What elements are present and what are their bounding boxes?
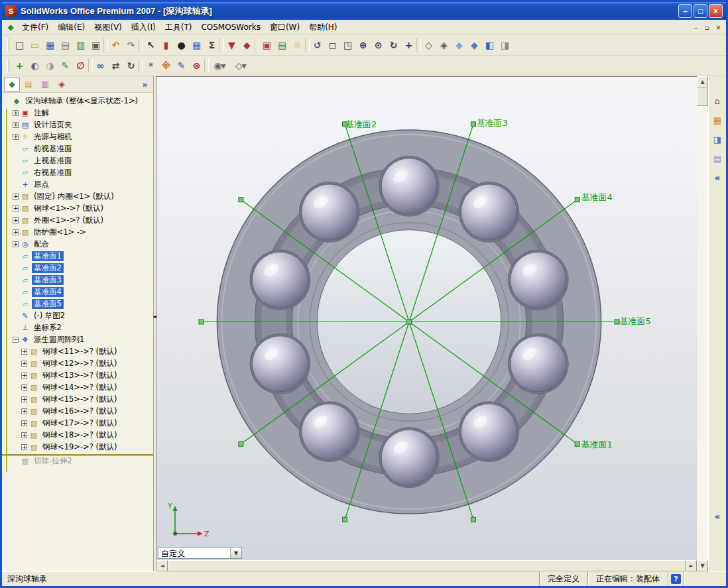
tree-item-label[interactable]: 基准面5: [32, 299, 64, 309]
bearing-model-view[interactable]: 基准面1基准面2基准面3基准面4基准面5: [156, 77, 697, 560]
view-orientation-home[interactable]: ⌂: [710, 93, 725, 108]
tree-item-label[interactable]: 基准面1: [32, 251, 64, 261]
hidden-lines-mode[interactable]: ◈: [436, 38, 452, 53]
tree-item-label[interactable]: 外圈<1>->? (默认): [32, 215, 105, 225]
steel-ball[interactable]: [252, 252, 308, 308]
design-checker[interactable]: ▤: [274, 38, 290, 53]
tree-item-label[interactable]: 钢球<11>->? (默认): [40, 347, 119, 357]
root-assembly[interactable]: ◆ 深沟球轴承 (整体<显示状态-1>): [2, 95, 153, 107]
move-component[interactable]: ⇄: [108, 58, 123, 74]
smart-fasteners[interactable]: *: [143, 58, 158, 74]
tree-item-label[interactable]: 基准面2: [32, 263, 64, 273]
datum-plane-label[interactable]: 基准面4: [581, 192, 613, 202]
tab-configurationmanager[interactable]: ▥: [37, 78, 53, 91]
child-restore-button[interactable]: ▫: [701, 23, 713, 32]
vertical-scroll-track[interactable]: [697, 106, 708, 560]
tab-third-party[interactable]: ◈: [54, 78, 70, 91]
expand-toggle-icon[interactable]: +: [21, 361, 27, 367]
horizontal-scrollbar[interactable]: ◄ ►: [156, 560, 697, 571]
selection-filter[interactable]: ▼: [224, 38, 239, 53]
design-binder-folder[interactable]: + ▤ 设计活页夹: [2, 119, 153, 131]
menu-edit[interactable]: 编辑(E): [53, 20, 90, 35]
toolbar-grip[interactable]: [7, 59, 9, 72]
expand-toggle-icon[interactable]: +: [13, 217, 19, 223]
tree-item-label[interactable]: 钢球<16>->? (默认): [40, 406, 119, 416]
explode-line-sketch[interactable]: ✎: [174, 58, 189, 74]
view-orientation[interactable]: ↺: [310, 38, 325, 53]
shaded-with-edges-mode[interactable]: ◆: [452, 38, 467, 53]
steel-ball[interactable]: [381, 158, 437, 214]
collapse-panel-bottom[interactable]: «: [710, 509, 725, 524]
steel-ball-15-component[interactable]: + ▧ 钢球<15>->? (默认): [2, 393, 153, 405]
tree-item-label[interactable]: 原点: [32, 180, 51, 190]
tree-item-label[interactable]: 钢球<19>->? (默认): [40, 442, 119, 452]
view-preset-combobox[interactable]: 自定义 ▼: [158, 547, 242, 559]
tree-item-label[interactable]: 钢球<15>->? (默认): [40, 394, 119, 404]
title-bar[interactable]: S SolidWorks Office Premium 2007 - [深沟球轴…: [2, 2, 726, 20]
open-document[interactable]: ▭: [27, 38, 42, 53]
cut-extrude-2[interactable]: ▥ 切除-拉伸2: [2, 454, 153, 466]
analysis-ball[interactable]: ●: [174, 38, 189, 53]
datum-handle[interactable]: [615, 320, 619, 324]
expand-toggle-icon[interactable]: +: [21, 373, 27, 379]
menu-help[interactable]: 帮助(H): [304, 20, 341, 35]
steel-ball-11-component[interactable]: + ▧ 钢球<11>->? (默认): [2, 345, 153, 357]
zoom-in-out[interactable]: ⊕: [355, 38, 371, 53]
mates-folder[interactable]: + ◎ 配合: [2, 238, 153, 250]
minimize-button[interactable]: –: [678, 4, 692, 18]
shaded-mode[interactable]: ◆: [467, 38, 482, 53]
origin[interactable]: + 原点: [2, 178, 153, 190]
select[interactable]: ↖: [143, 38, 158, 53]
tree-item-label[interactable]: 防护圈<1> ->: [32, 227, 88, 237]
datum-handle[interactable]: [471, 517, 475, 522]
section-view[interactable]: ◧: [482, 38, 497, 53]
expand-toggle-icon[interactable]: +: [13, 134, 19, 140]
steel-ball[interactable]: [302, 184, 357, 240]
steel-ball-16-component[interactable]: + ▧ 钢球<16>->? (默认): [2, 405, 153, 417]
expand-toggle-icon[interactable]: +: [21, 396, 27, 402]
tree-item-label[interactable]: 上视基准面: [32, 156, 74, 166]
smart-mates-dropdown[interactable]: ◇▾: [230, 58, 251, 74]
datum-handle[interactable]: [239, 198, 243, 202]
expand-toggle-icon[interactable]: +: [21, 384, 27, 390]
appearance-palette[interactable]: ▦: [710, 113, 725, 127]
steel-ball[interactable]: [511, 252, 566, 308]
expand-toggle-icon[interactable]: +: [13, 194, 19, 200]
view-palette[interactable]: ◨: [710, 132, 725, 147]
new-document[interactable]: □: [12, 38, 27, 53]
steel-ball[interactable]: [461, 184, 516, 240]
steel-ball[interactable]: [381, 430, 437, 485]
annotations-folder[interactable]: + ▣ 注解: [2, 107, 153, 119]
child-close-button[interactable]: ×: [713, 23, 724, 32]
datum-plane-label[interactable]: 基准面3: [477, 118, 508, 128]
steel-ball-13-component[interactable]: + ▧ 钢球<13>->? (默认): [2, 369, 153, 381]
derived-circular-pattern-1[interactable]: − ❖ 派生圆周阵列1: [2, 333, 153, 345]
combo-dropdown-arrow-icon[interactable]: ▼: [230, 548, 241, 558]
tree-item-label[interactable]: 注解: [32, 108, 51, 118]
graphics-area[interactable]: 基准面1基准面2基准面3基准面4基准面5 Y Z 自定义 ▼: [156, 76, 697, 560]
save[interactable]: ▦: [42, 38, 58, 53]
inner-ring-component[interactable]: + ▧ (固定) 内圈<1> (默认): [2, 190, 153, 202]
guard-ring-component[interactable]: + ▧ 防护圈<1> ->: [2, 226, 153, 238]
expand-toggle-icon[interactable]: +: [13, 110, 19, 116]
rotate-view[interactable]: ↻: [386, 38, 401, 53]
datum-handle[interactable]: [575, 441, 579, 446]
expand-toggle-icon[interactable]: +: [21, 349, 27, 355]
tree-item-label[interactable]: 钢球<13>->? (默认): [40, 371, 119, 381]
toolbar-grip[interactable]: [7, 38, 9, 52]
datum-handle[interactable]: [575, 198, 579, 202]
tree-item-label[interactable]: 光源与相机: [32, 132, 74, 142]
steel-ball-17-component[interactable]: + ▧ 钢球<17>->? (默认): [2, 417, 153, 429]
rebuild[interactable]: ▮: [158, 38, 174, 53]
tree-item-label[interactable]: 深沟球轴承 (整体<显示状态-1>): [23, 96, 140, 106]
expand-toggle-icon[interactable]: +: [13, 241, 19, 247]
maximize-button[interactable]: □: [694, 4, 707, 18]
tree-item-label[interactable]: 切除-拉伸2: [32, 456, 74, 466]
tab-featuremanager[interactable]: ◆: [4, 78, 20, 91]
tree-item-label[interactable]: 基准面4: [32, 287, 64, 297]
help-icon[interactable]: ?: [671, 574, 681, 584]
tree-item-label[interactable]: 坐标系2: [32, 323, 64, 333]
menu-tools[interactable]: 工具(T): [160, 20, 197, 35]
datum-plane-label[interactable]: 基准面5: [620, 316, 651, 326]
steel-ball-1-component[interactable]: + ▧ 钢球<1>->? (默认): [2, 202, 153, 214]
